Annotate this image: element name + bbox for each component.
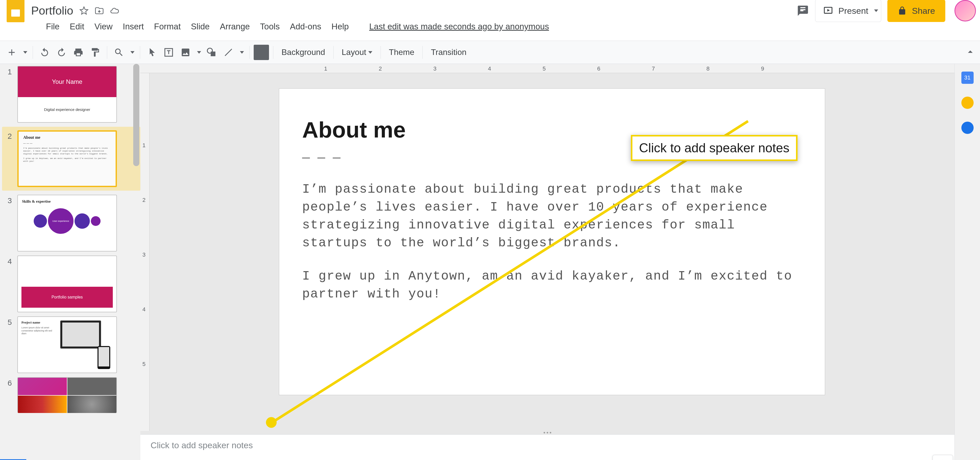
thumb-dash: ——— xyxy=(23,142,111,145)
share-button[interactable]: Share xyxy=(887,0,945,22)
ruler-tick: 1 xyxy=(324,65,327,72)
bubble: User experience xyxy=(48,208,73,234)
shape-button[interactable] xyxy=(204,45,219,60)
select-tool[interactable] xyxy=(144,45,159,60)
filmstrip-scrollbar[interactable] xyxy=(132,64,139,460)
menu-format[interactable]: Format xyxy=(154,22,181,32)
slides-logo[interactable] xyxy=(4,0,27,22)
thumb-num: 1 xyxy=(2,66,18,76)
ruler-tick: 5 xyxy=(142,361,145,367)
menu-arrange[interactable]: Arrange xyxy=(220,22,250,32)
slide-thumbnail-2[interactable]: About me ——— I'm passionate about buildi… xyxy=(18,130,117,187)
layout-button[interactable]: Layout xyxy=(338,45,376,60)
title-row: Portfolio Present Share xyxy=(0,0,980,19)
redo-button[interactable] xyxy=(54,45,69,60)
thumb-desc: Lorem ipsum dolor sit amet consectetur a… xyxy=(21,326,57,335)
vertical-ruler[interactable]: 1 2 3 4 5 xyxy=(140,73,150,431)
menu-view[interactable]: View xyxy=(94,22,113,32)
present-icon xyxy=(823,6,833,16)
document-title[interactable]: Portfolio xyxy=(31,4,73,18)
present-button[interactable]: Present xyxy=(815,0,876,22)
last-edit-link[interactable]: Last edit was made seconds ago by anonym… xyxy=(369,22,549,32)
undo-button[interactable] xyxy=(37,45,52,60)
image-button[interactable] xyxy=(178,45,193,60)
thumb-title: Your Name xyxy=(18,66,116,97)
ruler-tick: 4 xyxy=(142,306,145,313)
ruler-tick: 3 xyxy=(142,251,145,258)
slide-para-2[interactable]: I grew up in Anytown, am an avid kayaker… xyxy=(302,267,802,303)
side-panel: 31 xyxy=(955,64,980,460)
notes-resize-handle[interactable] xyxy=(140,431,955,434)
main-area: 1 Your Name Digital experience designer … xyxy=(0,64,980,460)
keep-icon[interactable] xyxy=(961,97,974,109)
transition-button[interactable]: Transition xyxy=(427,45,470,60)
thumb-row-3: 3 Skills & expertise User experience xyxy=(2,195,140,251)
bubble xyxy=(91,216,100,226)
image-dropdown[interactable] xyxy=(195,45,202,60)
menu-edit[interactable]: Edit xyxy=(70,22,84,32)
zoom-dropdown[interactable] xyxy=(128,45,136,60)
menu-insert[interactable]: Insert xyxy=(123,22,144,32)
menu-help[interactable]: Help xyxy=(331,22,349,32)
collapse-toolbar-button[interactable] xyxy=(965,46,976,59)
calendar-icon[interactable]: 31 xyxy=(961,72,974,84)
thumb-sub: Digital experience designer xyxy=(18,97,116,122)
menu-tools[interactable]: Tools xyxy=(260,22,280,32)
speaker-notes[interactable]: Click to add speaker notes xyxy=(140,434,955,460)
ruler-tick: 2 xyxy=(379,65,382,72)
present-dropdown[interactable] xyxy=(870,0,881,22)
slide-thumbnail-6[interactable] xyxy=(18,377,117,413)
layout-label: Layout xyxy=(342,48,366,57)
thumb-title: About me xyxy=(23,135,111,140)
paint-format-button[interactable] xyxy=(88,45,103,60)
slide-para-1[interactable]: I’m passionate about building great prod… xyxy=(302,180,802,252)
menu-file[interactable]: File xyxy=(46,22,59,32)
add-comment-button[interactable] xyxy=(254,45,269,60)
menu-addons[interactable]: Add-ons xyxy=(290,22,321,32)
account-avatar[interactable] xyxy=(955,0,976,21)
canvas-wrap: 1 2 3 4 5 6 7 8 9 1 2 3 4 5 About me ———… xyxy=(140,64,955,460)
textbox-button[interactable] xyxy=(161,45,177,60)
bubble xyxy=(75,213,90,229)
ruler-tick: 9 xyxy=(761,65,764,72)
menu-bar: File Edit View Insert Format Slide Arran… xyxy=(0,19,980,34)
thumb-num: 5 xyxy=(2,316,18,327)
img-cell xyxy=(18,396,67,413)
slide-area[interactable]: About me ——— I’m passionate about buildi… xyxy=(150,73,955,431)
star-icon[interactable] xyxy=(80,6,89,15)
new-slide-button[interactable] xyxy=(4,45,19,60)
slide-thumbnail-1[interactable]: Your Name Digital experience designer xyxy=(18,66,117,123)
app-header: Portfolio Present Share File Edit xyxy=(0,0,980,41)
tasks-icon[interactable] xyxy=(961,121,974,134)
thumb-row-5: 5 Project name Lorem ipsum dolor sit ame… xyxy=(2,316,140,373)
slide-title[interactable]: About me xyxy=(302,117,802,143)
print-button[interactable] xyxy=(71,45,86,60)
line-button[interactable] xyxy=(221,45,236,60)
horizontal-ruler[interactable]: 1 2 3 4 5 6 7 8 9 xyxy=(140,64,955,73)
explore-button[interactable] xyxy=(932,455,953,460)
thumb-num: 4 xyxy=(2,256,18,266)
img-cell xyxy=(67,378,116,395)
ruler-tick: 2 xyxy=(142,197,145,203)
slide-thumbnail-5[interactable]: Project name Lorem ipsum dolor sit amet … xyxy=(18,316,117,373)
thumb-row-4: 4 Portfolio samples xyxy=(2,256,140,312)
img-cell xyxy=(67,396,116,413)
background-button[interactable]: Background xyxy=(277,45,329,60)
slide-thumbnail-3[interactable]: Skills & expertise User experience xyxy=(18,195,117,251)
ruler-tick: 6 xyxy=(597,65,600,72)
thumb-p1: I'm passionate about building great prod… xyxy=(23,147,111,155)
zoom-button[interactable] xyxy=(111,45,127,60)
new-slide-dropdown[interactable] xyxy=(21,45,29,60)
thumb-num: 6 xyxy=(2,377,18,387)
title-icons xyxy=(80,6,119,15)
slide-thumbnail-4[interactable]: Portfolio samples xyxy=(18,256,117,312)
move-icon[interactable] xyxy=(95,6,104,15)
current-slide[interactable]: About me ——— I’m passionate about buildi… xyxy=(279,88,825,395)
theme-button[interactable]: Theme xyxy=(385,45,418,60)
comments-icon[interactable] xyxy=(797,5,809,17)
cloud-icon[interactable] xyxy=(110,6,119,15)
menu-slide[interactable]: Slide xyxy=(191,22,210,32)
thumb-p2: I grew up in Anytown, am an avid kayaker… xyxy=(23,157,111,163)
line-dropdown[interactable] xyxy=(238,45,245,60)
ruler-tick: 3 xyxy=(433,65,436,72)
